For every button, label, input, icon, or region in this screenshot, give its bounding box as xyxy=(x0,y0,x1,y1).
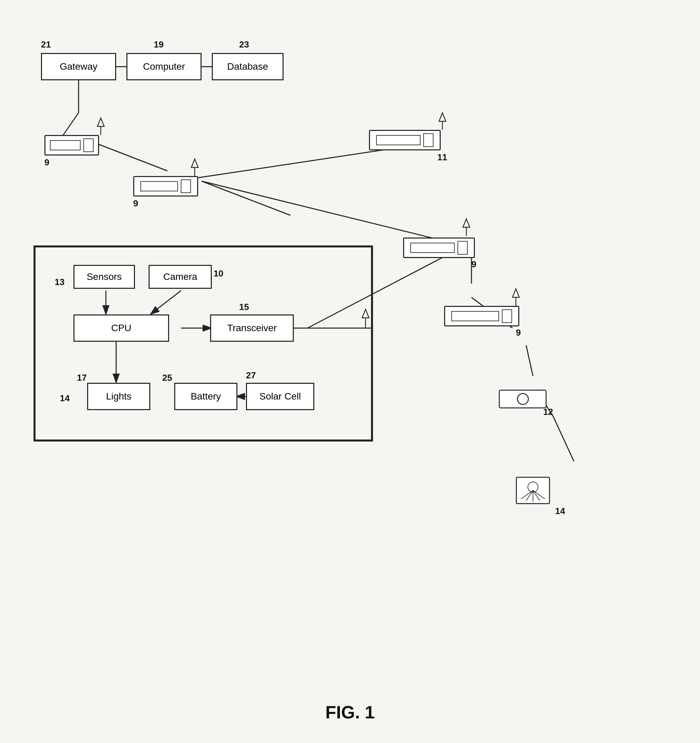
database-ref: 23 xyxy=(239,39,249,50)
node9-midright-box xyxy=(403,238,475,258)
svg-line-4 xyxy=(92,142,167,171)
database-label: Database xyxy=(227,61,268,72)
lights-ref14: 14 xyxy=(60,393,70,404)
lightfixture-ref: 14 xyxy=(555,506,565,517)
solarcell-box: Solar Cell xyxy=(246,383,314,410)
transceiver-ref: 15 xyxy=(239,302,249,312)
diagram: Gateway 21 Computer 19 Database 23 9 9 1… xyxy=(0,0,700,743)
computer-label: Computer xyxy=(143,61,185,72)
lights-ref17: 17 xyxy=(77,373,87,383)
sensors-ref: 13 xyxy=(55,277,65,287)
camera12-box xyxy=(499,389,546,409)
node9a-ref: 9 xyxy=(44,157,49,168)
camera-label: Camera xyxy=(163,271,198,282)
transceiver-box: Transceiver xyxy=(210,314,294,342)
cpu-box: CPU xyxy=(74,314,169,342)
node9b-ref: 9 xyxy=(133,198,138,209)
camera12-ref: 12 xyxy=(543,407,553,417)
svg-marker-26 xyxy=(439,113,446,121)
battery-label: Battery xyxy=(191,391,221,402)
gateway-label: Gateway xyxy=(60,61,98,72)
node9-center-box xyxy=(133,176,198,197)
svg-line-6 xyxy=(202,181,290,215)
gateway-ref: 21 xyxy=(41,39,51,50)
gateway-box: Gateway xyxy=(41,53,116,80)
node9d-ref: 9 xyxy=(516,327,521,338)
svg-marker-30 xyxy=(512,289,519,297)
cpu-label: CPU xyxy=(111,323,131,333)
computer-ref: 19 xyxy=(154,39,164,50)
node11-box xyxy=(369,130,441,150)
camera-ref10: 10 xyxy=(214,268,223,279)
camera-box: Camera xyxy=(149,265,212,289)
svg-line-7 xyxy=(202,181,437,239)
battery-ref: 25 xyxy=(162,373,172,383)
node9-lower-box xyxy=(444,306,519,326)
svg-line-3 xyxy=(63,113,78,135)
svg-marker-22 xyxy=(97,118,104,126)
svg-line-11 xyxy=(526,345,533,376)
computer-box: Computer xyxy=(126,53,202,80)
solarcell-ref: 27 xyxy=(246,370,256,381)
node9c-ref: 9 xyxy=(471,259,476,269)
sensors-box: Sensors xyxy=(74,265,135,289)
transceiver-label: Transceiver xyxy=(227,323,277,333)
solarcell-label: Solar Cell xyxy=(259,391,301,402)
lights-label: Lights xyxy=(106,391,131,402)
node11-ref: 11 xyxy=(437,152,447,163)
figure-label: FIG. 1 xyxy=(325,702,374,722)
database-box: Database xyxy=(212,53,284,80)
lightfixture-box xyxy=(509,468,557,513)
sensors-label: Sensors xyxy=(87,271,122,282)
svg-marker-28 xyxy=(463,219,470,227)
svg-line-20 xyxy=(554,417,574,461)
lights-box: Lights xyxy=(87,383,150,410)
battery-box: Battery xyxy=(174,383,238,410)
node9-left-box xyxy=(44,135,99,155)
svg-marker-24 xyxy=(191,159,198,167)
